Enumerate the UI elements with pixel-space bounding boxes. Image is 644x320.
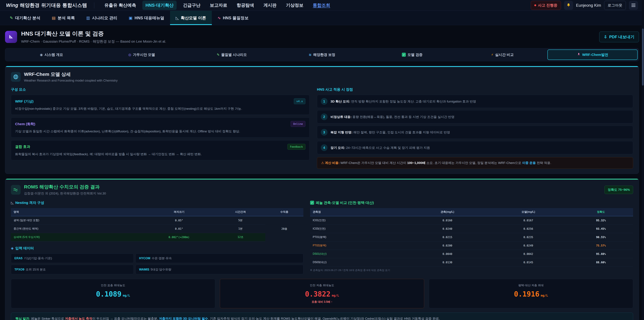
pdf-export-button[interactable]: ⇩ PDF 내보내기: [599, 32, 639, 42]
cell-model: 0.0256: [488, 225, 569, 233]
subnav-model-theory[interactable]: ◺ 확산모델 이론: [170, 11, 212, 25]
cell-obs: 0.0215: [407, 233, 488, 241]
advantages-column: HNS 사고 적용 시 장점 1 3D 확산 모의: 연직 방향 확산까지 포함…: [317, 87, 633, 169]
phenol-table-note: ※ 관측일자: 2023.06.27~28 / 전체 18개 관측점 중 6개 …: [310, 269, 633, 272]
advantage-item: 3 복잡 지형 반영: 해안 절벽, 항만 구조물, 인접 도시의 건물 효과를…: [317, 126, 633, 139]
cell-station: PT02(평택): [310, 241, 407, 250]
tab-label: 시스템 개요: [44, 52, 63, 57]
col-area: 영역: [11, 208, 142, 216]
pdf-export-label: PDF 내보내기: [609, 34, 634, 40]
cell-dt: 5분: [216, 216, 265, 225]
ruler-icon: ◺: [176, 16, 179, 20]
tab-label: 모델 검증: [408, 52, 422, 57]
incident-badge-label: 사고 진행중: [538, 3, 557, 8]
advantage-body: 풍향 전환(해풍↔육풍), 돌풍, 전선 통과 등 시변 기상 조건을 실시간 …: [352, 115, 454, 119]
nav-item-integrated-search[interactable]: 통합조회: [310, 1, 333, 10]
input-name: WAMIS: [139, 268, 149, 271]
cell-station: IC03(인천): [310, 225, 407, 233]
table-row-warning[interactable]: PT02(평택) 0.0200 0.0249 75.57%: [310, 241, 633, 250]
nav-item-weather[interactable]: 기상정보: [283, 1, 306, 10]
tab-label: 해양환경 보정: [313, 52, 335, 57]
subnav-scenario-management[interactable]: ▥ 시나리오 관리: [80, 11, 123, 25]
tab-realtime-comparison[interactable]: ⚡ 실시간 비교: [457, 50, 548, 60]
advantage-lead: 장기 모의:: [330, 146, 345, 150]
advantage-item: 2 비정상류 대응: 풍향 전환(해풍↔육풍), 돌풍, 전선 통과 등 시변 …: [317, 110, 633, 123]
advantage-number: 4: [321, 144, 328, 151]
tab-wrfchem-advanced[interactable]: WRF-Chem발전: [548, 50, 638, 60]
tab-marine-correction[interactable]: ≋ 해양환경 보정: [277, 50, 367, 60]
input-data-item: TPXO9조위 15개 분조: [11, 265, 134, 274]
components-label: 구성 요소: [11, 87, 310, 92]
subnav-dispersion-analysis[interactable]: ✎ 대기확산 분석: [4, 11, 46, 25]
sub-navbar: ✎ 대기확산 분석 ▤ 분석 목록 ▥ 시나리오 관리 ▣ HNS 대응매뉴얼 …: [0, 11, 644, 25]
app-logo[interactable]: Wing해양환경 위기대응 통합시스템: [6, 2, 87, 9]
wrfchem-title: WRF-Chem 모델 상세: [24, 71, 118, 78]
notification-button[interactable]: [564, 1, 573, 10]
table-row[interactable]: 중간역 (한반도 해역) 0.01° 1분: [11, 225, 304, 233]
incident-status-badge[interactable]: 사고 진행중: [531, 1, 561, 10]
table-row[interactable]: DS01(대산) 0.0040 0.0042 95.88%: [310, 250, 633, 258]
check-icon: ✓: [402, 53, 406, 57]
scrollbar-thumb[interactable]: [642, 29, 644, 86]
input-data-item: WAMIS5대강 담수유량: [136, 265, 303, 274]
col-grid: 격자크기: [142, 208, 216, 216]
input-name: HYCOM: [139, 256, 150, 260]
col-model: 모델(mg/L): [488, 208, 569, 216]
nav-item-oil-spill[interactable]: 유출유 확산예측: [101, 1, 139, 10]
stat-unit: mg/L: [123, 294, 130, 297]
cell-obs: 0.0130: [407, 258, 488, 267]
subnav-hns-manual[interactable]: ▣ HNS 대응매뉴얼: [123, 11, 170, 25]
cost-note-text: WRF-Chem은 가우시안 모델 대비 계산 시간이: [340, 161, 407, 165]
stat-label: 인천 저층 최대농도: [224, 283, 420, 287]
section-tabbar: ◉ 시스템 개요 ◎ 가우시안 모델 ✎ 물질별 시나리오 ≋ 해양환경 보정 …: [5, 48, 639, 61]
wrfchem-header: WRF-Chem 모델 상세 Weather Research and Fore…: [11, 71, 633, 82]
component-name: Chem (화학): [15, 122, 35, 126]
cost-note-text: 소요. 초기 대응에는 가우시안 모델, 정밀 분석에는 WRF-Chem으로: [426, 161, 522, 165]
roms-subtitle: 김창겸·이문진 외 (2024), 한국해양환경·안전학회지 Vol.30: [24, 191, 106, 196]
logout-button[interactable]: 로그아웃: [604, 1, 626, 10]
tab-model-validation[interactable]: ✓ 모델 검증: [367, 50, 457, 60]
subnav-analysis-list[interactable]: ▤ 분석 목록: [46, 11, 80, 25]
globe-icon: [11, 72, 21, 82]
input-desc: 5대강 담수유량: [150, 268, 171, 271]
wave-icon: ≋: [309, 53, 312, 57]
nav-item-board[interactable]: 게시판: [260, 1, 280, 10]
table-row-highlight[interactable]: 상세역 (5개 우심지역) 0.002°(≈200m) 12초: [11, 233, 304, 241]
cell-model: 0.0042: [488, 250, 569, 258]
page-scrollbar[interactable]: [642, 0, 644, 320]
page-icon: [5, 31, 17, 43]
triangle-ruler-icon: [8, 34, 14, 40]
table-row[interactable]: 광역 (일본·대만 포함) 0.05° 5분 20층: [11, 216, 304, 225]
check-icon: ✓: [310, 201, 314, 205]
cell-obs: 0.0040: [407, 250, 488, 258]
components-column: 구성 요소 WRF (기상) v4.x 비정수압(non-hydrostatic…: [11, 87, 310, 169]
accuracy-badge: 정확도 75~96%: [604, 186, 633, 194]
nav-item-reports[interactable]: 보고자료: [207, 1, 230, 10]
cell-accuracy: 93.45%: [569, 225, 633, 233]
input-desc: 기상(기압·풍속·기온): [24, 256, 52, 260]
table-row[interactable]: PT01(평택) 0.0215 0.0235 90.55%: [310, 233, 633, 241]
subnav-hns-substance-info[interactable]: ∿ HNS 물질정보: [212, 11, 254, 25]
nav-item-emergency[interactable]: 긴급구난: [180, 1, 204, 10]
subnav-label: 분석 목록: [58, 15, 75, 21]
subnav-label: HNS 대응매뉴얼: [134, 15, 164, 21]
nav-item-aerial-search[interactable]: 항공탐색: [234, 1, 257, 10]
component-name: 결합 효과: [15, 144, 30, 149]
logo-text: 해양환경 위기대응 통합시스템: [20, 3, 87, 8]
nav-item-hns-dispersion[interactable]: HNS·대기확산: [142, 1, 176, 10]
tab-label: 실시간 비교: [495, 52, 514, 57]
tab-system-overview[interactable]: ◉ 시스템 개요: [6, 50, 96, 60]
overview-icon: ◉: [40, 53, 43, 57]
nesting-label-text: Nesting 격자 구성: [15, 200, 44, 205]
tab-gaussian-model[interactable]: ◎ 가우시안 모델: [96, 50, 187, 60]
table-row[interactable]: IC03(인천) 0.0240 0.0256 93.45%: [310, 225, 633, 233]
stat-subnote: 표층 대비 3.5배 ↑: [224, 300, 420, 304]
table-row[interactable]: IC01(인천) 0.0160 0.0167 95.32%: [310, 216, 633, 225]
table-row[interactable]: DS03(대산) 0.0130 0.0145 88.60%: [310, 258, 633, 267]
top-navbar: Wing해양환경 위기대응 통합시스템 유출유 확산예측 HNS·대기확산 긴급…: [0, 0, 644, 11]
tab-substance-scenarios[interactable]: ✎ 물질별 시나리오: [187, 50, 277, 60]
key-finding-text: 페놀은 Sinker 특성으로: [30, 317, 65, 320]
menu-button[interactable]: [629, 1, 638, 10]
advantage-number: 1: [321, 98, 328, 105]
version-badge: v4.x: [294, 98, 306, 104]
